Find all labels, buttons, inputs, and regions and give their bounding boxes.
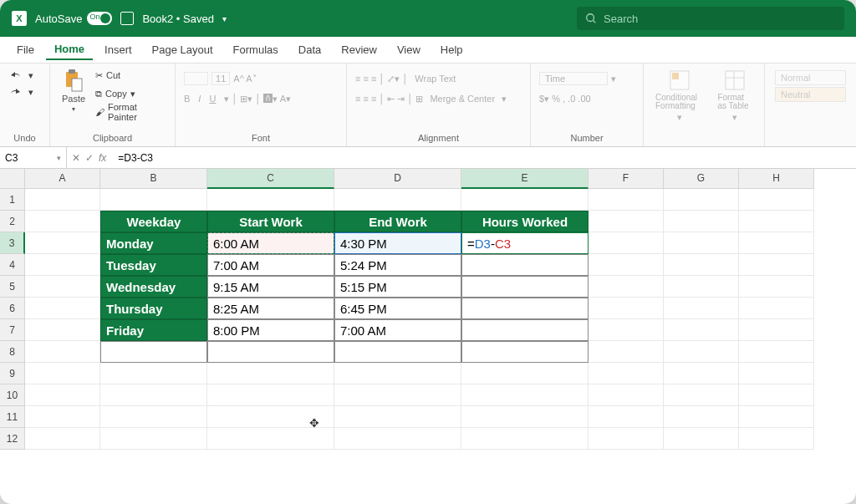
- cell[interactable]: [588, 189, 664, 211]
- cell[interactable]: [739, 254, 814, 276]
- menu-help[interactable]: Help: [432, 40, 471, 59]
- menu-page-layout[interactable]: Page Layout: [144, 40, 222, 59]
- col-header-b[interactable]: B: [100, 169, 207, 189]
- cell-e3-active[interactable]: =D3-C3: [461, 232, 588, 254]
- cell[interactable]: [664, 232, 739, 254]
- menu-data[interactable]: Data: [290, 40, 329, 59]
- row-header-12[interactable]: 12: [0, 428, 25, 450]
- style-neutral[interactable]: Neutral: [775, 87, 846, 102]
- row-header-8[interactable]: 8: [0, 341, 25, 363]
- format-as-table-button[interactable]: Format as Table▾: [712, 67, 757, 125]
- cell[interactable]: [588, 276, 664, 298]
- cell[interactable]: [588, 428, 664, 450]
- cell[interactable]: [461, 363, 588, 384]
- format-painter-button[interactable]: 🖌 Format Painter: [94, 104, 168, 120]
- cell[interactable]: [588, 363, 664, 384]
- cell[interactable]: [664, 211, 739, 232]
- cell[interactable]: 8:00 PM: [207, 319, 334, 341]
- cell[interactable]: [664, 319, 739, 341]
- cell[interactable]: [461, 341, 588, 363]
- cell[interactable]: 9:15 AM: [207, 276, 334, 298]
- row-header-10[interactable]: 10: [0, 384, 25, 406]
- cell[interactable]: [100, 428, 207, 450]
- table-header[interactable]: Weekday: [100, 211, 207, 232]
- cell[interactable]: [334, 384, 461, 406]
- row-header-3[interactable]: 3: [0, 232, 25, 254]
- cell-c3[interactable]: 6:00 AM: [207, 232, 334, 254]
- table-header[interactable]: End Work: [334, 211, 461, 232]
- autosave-toggle[interactable]: AutoSave On: [35, 12, 112, 25]
- table-weekday[interactable]: Thursday: [100, 298, 207, 319]
- row-header-5[interactable]: 5: [0, 276, 25, 298]
- cell[interactable]: [588, 406, 664, 428]
- cell[interactable]: [739, 189, 814, 211]
- cell[interactable]: 7:00 AM: [207, 254, 334, 276]
- col-header-c[interactable]: C: [207, 169, 334, 189]
- cell[interactable]: [25, 428, 100, 450]
- col-header-f[interactable]: F: [588, 169, 664, 189]
- cell[interactable]: [207, 406, 334, 428]
- cell[interactable]: [461, 384, 588, 406]
- cell[interactable]: [588, 211, 664, 232]
- copy-button[interactable]: ⧉ Copy ▾: [94, 85, 168, 102]
- search-box[interactable]: Search: [577, 7, 844, 30]
- cell[interactable]: [461, 276, 588, 298]
- cell[interactable]: [334, 406, 461, 428]
- col-header-a[interactable]: A: [25, 169, 100, 189]
- cell[interactable]: [25, 276, 100, 298]
- row-header-4[interactable]: 4: [0, 254, 25, 276]
- menu-home[interactable]: Home: [46, 39, 93, 60]
- cell[interactable]: [207, 341, 334, 363]
- cell[interactable]: 6:45 PM: [334, 298, 461, 319]
- menu-review[interactable]: Review: [333, 40, 385, 59]
- paste-button[interactable]: Paste▾: [57, 67, 90, 115]
- cell[interactable]: [664, 363, 739, 384]
- cell[interactable]: 7:00 AM: [334, 319, 461, 341]
- save-icon[interactable]: [120, 12, 134, 25]
- cut-button[interactable]: ✂ Cut: [94, 67, 168, 84]
- cell[interactable]: [664, 428, 739, 450]
- cell[interactable]: [664, 254, 739, 276]
- document-title[interactable]: Book2 • Saved: [142, 13, 214, 25]
- col-header-g[interactable]: G: [664, 169, 739, 189]
- menu-formulas[interactable]: Formulas: [225, 40, 287, 59]
- cell[interactable]: [739, 428, 814, 450]
- cell[interactable]: [664, 406, 739, 428]
- fx-icon[interactable]: fx: [99, 152, 106, 164]
- cell[interactable]: [461, 319, 588, 341]
- cell[interactable]: [461, 189, 588, 211]
- cell[interactable]: [739, 363, 814, 384]
- cell[interactable]: [588, 232, 664, 254]
- cell[interactable]: [207, 384, 334, 406]
- name-box[interactable]: C3 ▾: [0, 147, 67, 168]
- cell[interactable]: [334, 189, 461, 211]
- cell[interactable]: [100, 384, 207, 406]
- row-header-1[interactable]: 1: [0, 189, 25, 211]
- cell[interactable]: [588, 384, 664, 406]
- cell[interactable]: [207, 189, 334, 211]
- cell[interactable]: [739, 319, 814, 341]
- table-weekday[interactable]: Wednesday: [100, 276, 207, 298]
- cell[interactable]: [334, 428, 461, 450]
- cell[interactable]: [25, 298, 100, 319]
- cell[interactable]: [739, 384, 814, 406]
- cell[interactable]: [334, 341, 461, 363]
- cell[interactable]: [664, 341, 739, 363]
- col-header-d[interactable]: D: [334, 169, 461, 189]
- table-header[interactable]: Hours Worked: [461, 211, 588, 232]
- select-all-corner[interactable]: [0, 169, 25, 189]
- cell[interactable]: [664, 189, 739, 211]
- cell[interactable]: [25, 406, 100, 428]
- col-header-e[interactable]: E: [461, 169, 588, 189]
- cell[interactable]: [664, 384, 739, 406]
- cell[interactable]: [100, 406, 207, 428]
- row-header-7[interactable]: 7: [0, 319, 25, 341]
- cell[interactable]: 8:25 AM: [207, 298, 334, 319]
- cell[interactable]: [739, 298, 814, 319]
- row-header-9[interactable]: 9: [0, 363, 25, 384]
- menu-view[interactable]: View: [389, 40, 429, 59]
- cell[interactable]: 5:15 PM: [334, 276, 461, 298]
- cell[interactable]: [664, 298, 739, 319]
- table-header[interactable]: Start Work: [207, 211, 334, 232]
- accept-formula-icon[interactable]: ✓: [85, 152, 94, 164]
